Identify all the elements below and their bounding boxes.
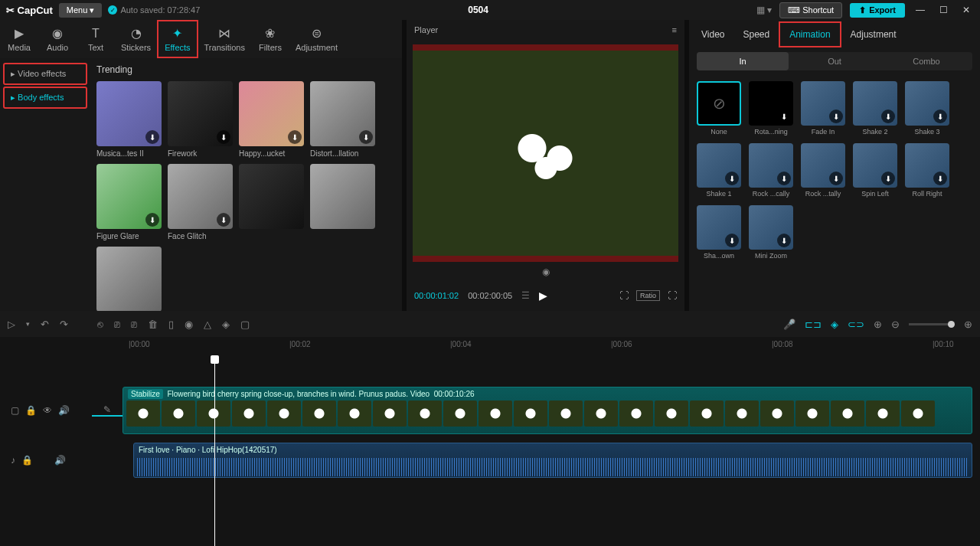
effect-item[interactable]: ⬇Musica...tes II [96, 81, 162, 158]
trim-left-button[interactable]: ⎚ [114, 319, 120, 330]
download-icon[interactable]: ⬇ [217, 213, 230, 227]
fullscreen-icon[interactable]: ⛶ [668, 290, 677, 301]
zoom-out-button[interactable]: ⊖ [891, 319, 900, 330]
rotate-button[interactable]: ◈ [222, 319, 230, 330]
minimize-button[interactable]: — [913, 5, 928, 15]
subtab-in[interactable]: In [697, 52, 789, 70]
anim-item[interactable]: ⬇Sha...own [697, 205, 741, 260]
shortcut-button[interactable]: ⌨ Shortcut [779, 2, 842, 18]
subtab-out[interactable]: Out [789, 52, 880, 70]
download-icon[interactable]: ⬇ [217, 130, 230, 144]
tab-audio[interactable]: ◉Audio [38, 20, 77, 58]
anim-item[interactable]: ⬇Spin Left [853, 143, 897, 198]
anim-item[interactable]: ⬇Roll Right [905, 143, 949, 198]
track-lock-icon[interactable]: 🔒 [21, 455, 33, 466]
mirror-button[interactable]: △ [204, 319, 211, 330]
play-button[interactable]: ▶ [539, 289, 547, 302]
magnet-on-icon[interactable]: ⊏⊐ [805, 319, 822, 330]
menu-button[interactable]: Menu ▾ [59, 3, 103, 18]
tab-filters[interactable]: ❀Filters [251, 20, 289, 58]
trim-right-button[interactable]: ⎚ [131, 319, 137, 330]
crop-button[interactable]: ▢ [240, 319, 250, 330]
close-button[interactable]: ✕ [959, 5, 974, 15]
timeline-ruler[interactable]: |00:00 |00:02 |00:04 |00:06 |00:08 |00:1… [0, 337, 980, 355]
link-icon[interactable]: ⊂⊃ [848, 319, 864, 330]
align-icon[interactable]: ⊕ [874, 319, 882, 330]
effect-item[interactable]: ⬇Firework [168, 81, 233, 158]
effect-item[interactable]: ⬇Figure Glare [96, 164, 162, 240]
audio-clip[interactable]: First love · Piano · Lofi HipHop(1420517… [133, 443, 972, 478]
tab-transitions[interactable]: ⋈Transitions [198, 20, 251, 58]
effect-item[interactable]: ⬇Face Glitch [168, 164, 233, 240]
rtab-adjustment[interactable]: Adjustment [841, 23, 906, 46]
sidebar-body-effects[interactable]: ▸ Body effects [3, 87, 87, 109]
track-mute-icon[interactable]: 🔊 [58, 405, 70, 416]
anim-item[interactable]: ⬇Rota...ning [749, 81, 793, 136]
effect-item[interactable]: ⬇Distort...llation [310, 81, 375, 158]
track-mute-icon[interactable]: 🔊 [54, 455, 66, 466]
download-icon[interactable]: ⬇ [288, 130, 302, 144]
mic-icon[interactable]: 🎤 [783, 319, 795, 330]
zoom-slider[interactable] [909, 323, 955, 325]
layout-icon[interactable]: ▦ ▾ [756, 5, 772, 15]
tab-adjustment[interactable]: ⊜Adjustment [289, 20, 344, 58]
anim-item[interactable]: ⬇Mini Zoom [749, 205, 793, 260]
sidebar-video-effects[interactable]: ▸ Video effects [3, 63, 87, 85]
tab-effects[interactable]: ✦Effects [157, 20, 198, 58]
download-icon[interactable]: ⬇ [145, 213, 159, 227]
magnet-icon[interactable]: ◈ [831, 319, 838, 330]
duration: 00:02:00:05 [468, 291, 512, 300]
playhead[interactable] [214, 355, 215, 546]
app-logo: ✂ CapCut [6, 5, 53, 16]
split-button[interactable]: ⎋ [97, 319, 103, 330]
anim-item[interactable]: ⬇Rock ...tally [801, 143, 845, 198]
tab-stickers[interactable]: ◔Stickers [115, 20, 157, 58]
download-icon[interactable]: ⬇ [145, 130, 159, 144]
rtab-animation[interactable]: Animation [779, 21, 841, 47]
anim-item[interactable]: ⬇Fade In [801, 81, 845, 136]
autosave-status: ✓Auto saved: 07:28:47 [108, 5, 200, 15]
list-icon[interactable]: ☰ [521, 290, 530, 301]
project-title: 0504 [206, 5, 750, 15]
video-preview[interactable] [413, 44, 678, 262]
anim-none[interactable]: ⊘None [697, 81, 741, 136]
track-edit-icon[interactable]: ✎ [92, 404, 122, 417]
effect-item[interactable] [96, 247, 162, 311]
effect-item[interactable]: ⬇Happy...ucket [239, 81, 304, 158]
redo-button[interactable]: ↷ [60, 319, 68, 330]
undo-button[interactable]: ↶ [41, 319, 49, 330]
anim-item[interactable]: ⬇Shake 1 [697, 143, 741, 198]
track-audio-icon[interactable]: ♪ [11, 455, 15, 466]
download-icon[interactable]: ⬇ [359, 130, 373, 144]
effect-item[interactable] [239, 164, 304, 240]
record-icon[interactable]: ◉ [542, 266, 550, 277]
subtab-combo[interactable]: Combo [880, 52, 972, 70]
video-clip[interactable]: Stabilize Flowering bird cherry spring c… [122, 387, 972, 434]
export-button[interactable]: ⬆ Export [850, 3, 905, 18]
zoom-in-button[interactable]: ⊕ [964, 319, 972, 330]
tab-media[interactable]: ▶Media [0, 20, 38, 58]
track-visible-icon[interactable]: 👁 [43, 405, 52, 416]
scale-icon[interactable]: ⛶ [619, 290, 629, 301]
delete-button[interactable]: 🗑 [148, 319, 158, 330]
current-time: 00:00:01:02 [414, 291, 459, 300]
rtab-speed[interactable]: Speed [733, 23, 779, 46]
track-cover-icon[interactable]: ▢ [11, 405, 19, 416]
tab-text[interactable]: TText [77, 20, 115, 58]
rtab-video[interactable]: Video [692, 23, 733, 46]
maximize-button[interactable]: ☐ [936, 5, 951, 15]
tool-button[interactable]: ▯ [168, 319, 174, 330]
anim-item[interactable]: ⬇Shake 2 [853, 81, 897, 136]
ratio-button[interactable]: Ratio [636, 290, 660, 301]
player-label: Player [414, 25, 438, 34]
tool-button[interactable]: ◉ [185, 319, 193, 330]
select-tool[interactable]: ▷ [8, 319, 15, 330]
section-trending: Trending [96, 64, 396, 75]
anim-item[interactable]: ⬇Shake 3 [905, 81, 949, 136]
anim-item[interactable]: ⬇Rock ...cally [749, 143, 793, 198]
effect-item[interactable] [310, 164, 375, 240]
track-lock-icon[interactable]: 🔒 [25, 405, 37, 416]
player-menu-icon[interactable]: ≡ [672, 25, 677, 34]
